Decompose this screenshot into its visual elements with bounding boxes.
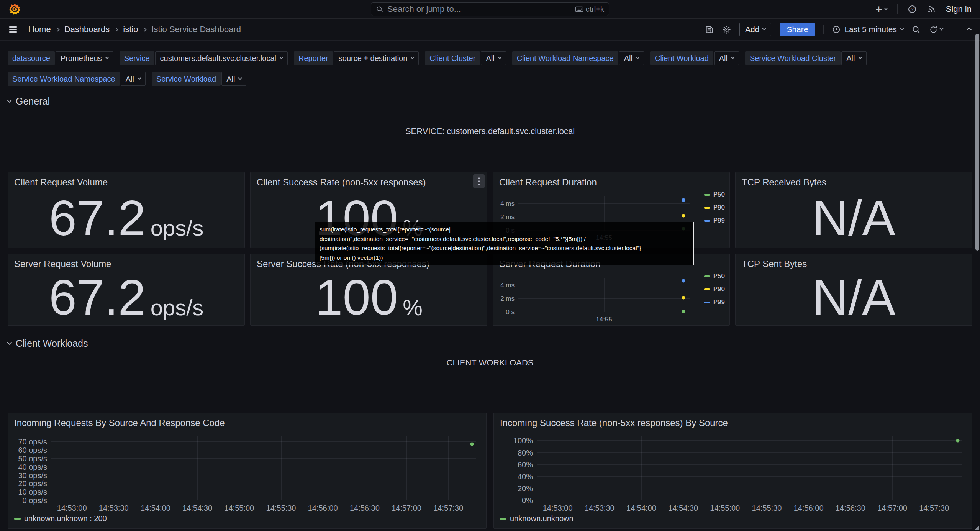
sign-in-button[interactable]: Sign in	[946, 4, 972, 14]
panel-title[interactable]: Server Request Duration	[499, 259, 600, 269]
legend-item[interactable]: P90	[704, 285, 725, 293]
add-panel-button[interactable]: Add	[739, 23, 771, 36]
panel-server-request-volume: Server Request Volume 67.2 ops/s	[8, 254, 245, 326]
gridline-vertical	[604, 278, 605, 312]
breadcrumb-folder[interactable]: istio	[123, 25, 138, 34]
y-axis-label: 2 ms	[500, 295, 515, 303]
new-menu-button[interactable]: +	[875, 3, 887, 15]
gridline-horizontal	[537, 452, 962, 453]
section-client-workloads[interactable]: Client Workloads	[8, 338, 972, 349]
share-button[interactable]: Share	[780, 23, 815, 36]
variable-value-dropdown[interactable]: customers.default.svc.cluster.local	[155, 51, 288, 65]
gridline-vertical	[767, 436, 767, 500]
gridline-horizontal	[51, 475, 476, 475]
zoom-out-time-button[interactable]	[912, 25, 921, 34]
grafana-logo[interactable]	[8, 3, 21, 16]
gridline-horizontal	[51, 467, 476, 467]
variable-value-dropdown[interactable]: All	[714, 51, 739, 65]
y-axis-label: 100%	[513, 436, 533, 445]
collapse-toolbar-button[interactable]	[967, 26, 971, 33]
panel-title[interactable]: Client Request Volume	[14, 177, 108, 188]
panel-title[interactable]: Client Request Duration	[499, 177, 597, 188]
variable-value-dropdown[interactable]: All	[619, 51, 644, 65]
variable-client-workload: Client Workload All	[650, 51, 739, 65]
time-range-picker[interactable]: Last 5 minutes	[832, 25, 903, 34]
legend-item[interactable]: P50	[704, 191, 725, 198]
x-axis-label: 14:55:00	[224, 504, 254, 513]
breadcrumb-home[interactable]: Home	[28, 25, 51, 34]
chevron-down-icon	[940, 27, 944, 31]
search-shortcut: ctrl+k	[575, 5, 604, 14]
variable-value-dropdown[interactable]: Prometheus	[56, 51, 113, 65]
dashboard-settings-button[interactable]	[722, 25, 731, 34]
variable-label: Client Workload Namespace	[512, 51, 618, 65]
variable-label: Client Workload	[650, 51, 713, 65]
x-axis-label: 14:57:30	[433, 504, 463, 513]
legend-item[interactable]: unknown.unknown : 200	[14, 514, 107, 523]
x-axis-label: 14:56:00	[308, 504, 338, 513]
y-axis-label: 10 ops/s	[18, 488, 47, 497]
top-nav: ctrl+k + ? Sign in	[0, 0, 980, 19]
section-general[interactable]: General	[8, 96, 972, 107]
variable-client-cluster: Client Cluster All	[425, 51, 506, 65]
variable-label: Service Workload Namespace	[8, 72, 120, 86]
x-axis-label: 14:53:00	[543, 504, 573, 513]
breadcrumb-dashboards[interactable]: Dashboards	[64, 25, 110, 34]
legend-item[interactable]: P50	[704, 272, 725, 280]
panel-title[interactable]: TCP Sent Bytes	[742, 259, 807, 269]
chevron-down-icon	[411, 56, 415, 59]
legend-item[interactable]: P99	[704, 217, 725, 225]
panel-menu-button[interactable]	[473, 174, 485, 188]
legend-item[interactable]: P90	[704, 204, 725, 211]
chevron-down-icon	[858, 56, 862, 59]
refresh-button[interactable]	[929, 25, 943, 34]
page-header: Home Dashboards istio Istio Service Dash…	[0, 19, 980, 41]
panel-title[interactable]: Client Success Rate (non-5xx responses)	[257, 177, 426, 188]
panel-title[interactable]: Server Request Volume	[14, 259, 111, 269]
gridline-horizontal	[537, 440, 962, 441]
legend-item[interactable]: P99	[704, 298, 725, 306]
gridline-vertical	[448, 436, 449, 500]
chevron-down-icon	[762, 27, 766, 31]
x-axis-label: 14:55:30	[266, 504, 296, 513]
variable-client-workload-namespace: Client Workload Namespace All	[512, 51, 644, 65]
stat-value: N/A	[736, 269, 972, 325]
help-button[interactable]: ?	[908, 5, 917, 14]
x-axis-label: 14:54:30	[182, 504, 212, 513]
x-axis-label: 14:55	[596, 234, 612, 242]
variable-datasource: datasource Prometheus	[8, 51, 113, 65]
x-axis-label: 14:56:00	[794, 504, 824, 513]
news-rss-button[interactable]	[927, 5, 936, 14]
divider	[897, 4, 898, 14]
variable-value-dropdown[interactable]: All	[221, 72, 246, 86]
panel-title[interactable]: Incoming Requests By Source And Response…	[14, 418, 225, 428]
shortcut-label: ctrl+k	[586, 5, 604, 14]
chevron-down-icon	[636, 56, 640, 59]
panel-title[interactable]: TCP Received Bytes	[742, 177, 826, 188]
chevron-down-icon	[238, 76, 242, 80]
menu-toggle-icon[interactable]	[9, 26, 17, 33]
svg-text:?: ?	[911, 7, 913, 12]
data-point	[682, 214, 685, 217]
variable-value: All	[126, 75, 134, 84]
search-input[interactable]	[387, 4, 571, 14]
gridline-vertical	[683, 436, 683, 500]
global-search[interactable]: ctrl+k	[371, 2, 609, 16]
time-series-plot: 0 s2 ms4 ms14:55	[518, 278, 690, 312]
section-title: General	[16, 96, 50, 107]
variable-value-dropdown[interactable]: All	[841, 51, 866, 65]
scrollbar-thumb[interactable]	[975, 34, 979, 251]
panel-title[interactable]: Server Success Rate (non-5xx responses)	[257, 259, 429, 269]
gridline-vertical	[600, 436, 600, 500]
save-dashboard-button[interactable]	[705, 25, 714, 34]
legend-item[interactable]: unknown.unknown	[500, 514, 574, 523]
panel-title[interactable]: Incoming Success Rate (non-5xx responses…	[500, 418, 728, 428]
y-axis-label: 20 ops/s	[18, 479, 47, 488]
variable-value-dropdown[interactable]: source + destination	[334, 51, 419, 65]
gridline-vertical	[114, 436, 114, 500]
variable-value-dropdown[interactable]: All	[481, 51, 506, 65]
x-axis-label: 14:54:00	[626, 504, 656, 513]
stat-number: N/A	[812, 193, 895, 243]
variable-value-dropdown[interactable]: All	[121, 72, 146, 86]
chevron-down-icon	[137, 76, 141, 80]
